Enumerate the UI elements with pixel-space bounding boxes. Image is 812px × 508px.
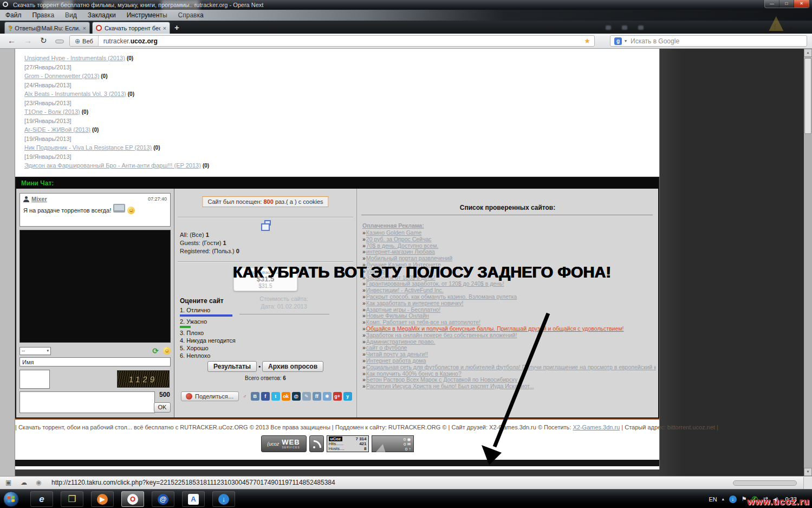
google-plus-icon[interactable]: g+ [333, 392, 342, 401]
ucoz-web-services-banner[interactable]: (ucoz WEBSERVICES [261, 435, 307, 452]
vk-icon[interactable]: В [251, 392, 259, 401]
poll-option[interactable]: 5. Хорошо [180, 344, 277, 352]
torrent-link[interactable]: T1One - Волк (2013) [24, 108, 80, 115]
menu-item[interactable]: Закладки [82, 10, 121, 21]
verified-site-link[interactable]: Как заработать в интернете новичку! [366, 300, 464, 306]
verified-site-link[interactable]: Общайся в MegaMix и получай бонусные бал… [366, 326, 624, 332]
stats-counter-banner[interactable]: 0 ◉0 ✉0 ↑ [372, 435, 414, 452]
torrent-link[interactable]: Эдисон ака Фаршированный Бро - Анти-анти… [24, 162, 201, 169]
verified-site-link[interactable]: Как получить 400% бонус в Казино? [366, 371, 462, 377]
taskbar-wmp[interactable]: ▶ [91, 491, 114, 507]
chat-name-input[interactable] [20, 357, 171, 366]
tray-expand-icon[interactable]: ▴ [722, 497, 724, 501]
mailru-world-icon[interactable]: ♂ [241, 392, 249, 401]
verified-site-link[interactable]: Административное право. [366, 339, 436, 345]
forward-button[interactable]: → [24, 36, 32, 45]
captcha-input[interactable] [20, 370, 50, 389]
verified-site-link[interactable]: Казино Golden Game [366, 230, 421, 236]
search-box[interactable]: g ▾ [610, 35, 807, 47]
scrollbar-thumb[interactable] [804, 58, 811, 134]
verified-site-link[interactable]: Читай почту за деньги!! [366, 351, 428, 357]
tab-close-icon[interactable]: × [163, 25, 166, 31]
verified-site-link[interactable]: Азартные игры - Бесплатно! [366, 307, 440, 313]
ya-ru-icon[interactable]: y [343, 392, 352, 401]
menu-item[interactable]: Файл [0, 10, 27, 21]
poll-option[interactable]: 4. Никуда негодится [180, 337, 277, 344]
verified-site-link[interactable]: Мобильный портал развлечений [366, 255, 452, 261]
refresh-icon[interactable]: ⟳ [152, 346, 159, 355]
taskbar-ie[interactable]: e [30, 491, 53, 507]
verified-site-link[interactable]: Комп. Работает на тебя-все на автопилоте… [366, 319, 480, 325]
emoticons-button-icon[interactable]: ☺ [163, 347, 171, 355]
action-center-flag-icon[interactable]: ⚑ [742, 496, 747, 503]
torrent-link[interactable]: Ник Подрывник - Viva La Resistance EP (2… [24, 144, 152, 151]
verified-site-link[interactable]: Заработок на онлайн покере без собственн… [366, 332, 517, 338]
tab-close-icon[interactable]: × [83, 25, 86, 31]
taskbar-explorer[interactable]: ❒ [61, 491, 83, 507]
chat-username-link[interactable]: Mixer [31, 196, 47, 202]
windows-cascade-icon[interactable] [264, 220, 271, 226]
language-indicator[interactable]: EN [709, 496, 717, 503]
minimize-button[interactable]: — [765, 0, 779, 8]
address-bar[interactable]: ⊕ Веб rutracker.ucoz.org ★ [69, 35, 595, 47]
web-button[interactable]: ⊕ Веб [70, 36, 99, 46]
verified-site-link[interactable]: сайт о футболе [366, 345, 407, 351]
rss-banner[interactable] [309, 435, 324, 452]
poll-option[interactable]: 1. Отлично [180, 306, 277, 317]
status-page-icon[interactable]: ▣ [5, 479, 11, 486]
yandex-icon[interactable]: ✱ [323, 392, 332, 401]
tab-rutracker[interactable]: Скачать торрент бесп... × [92, 22, 170, 34]
verified-site-link[interactable]: 20 руб. за Опрос Сейчас [366, 236, 432, 242]
verified-site-link[interactable]: Гарантированый заработок, от 120$ до 240… [366, 281, 504, 287]
close-button[interactable]: ✕ [794, 0, 809, 8]
reload-button[interactable]: ↻ [40, 36, 47, 46]
verified-site-link[interactable]: Социальная сеть для футболистов и любите… [366, 364, 656, 370]
horizontal-scrollbar-thumb[interactable] [733, 480, 797, 486]
twitter-icon[interactable]: t [271, 392, 280, 401]
maximize-button[interactable]: □ [779, 0, 794, 8]
share-button[interactable]: Поделиться… [181, 391, 239, 401]
poll-option[interactable]: 6. Неплохо [180, 352, 277, 359]
status-cloud-icon[interactable]: ☁ [21, 479, 27, 486]
scroll-up-button[interactable]: ▲ [804, 49, 812, 57]
facebook-icon[interactable]: f [261, 392, 270, 401]
verified-site-link[interactable]: Новые Фильмы Онлайн [366, 313, 429, 319]
torrent-link[interactable]: Alx Beats - Instrumentals Vol. 3 (2013) [24, 91, 126, 97]
search-input[interactable] [629, 37, 803, 46]
scroll-down-button[interactable]: ▼ [804, 468, 812, 476]
poll-archive-button[interactable]: Архив опросов [262, 361, 323, 372]
torrent-link[interactable]: Ar-SiDE - ЖИВой (2013) [24, 126, 90, 133]
chat-ok-button[interactable]: OK [154, 402, 171, 413]
verified-site-link[interactable]: 70$ в день. Доступно всем. [366, 243, 438, 249]
poll-option[interactable]: 3. Плохо [180, 329, 277, 337]
torrent-link[interactable]: Grom - Donnerwetter (2013) [24, 73, 99, 79]
back-button[interactable]: ← [8, 36, 16, 45]
taskbar-mailru-agent[interactable]: @ [152, 491, 174, 507]
start-button[interactable] [3, 491, 19, 507]
liveinternet-icon[interactable]: ✎ [302, 392, 311, 401]
tab-mailru[interactable]: ? Ответы@Mail.Ru: Если... × [4, 22, 90, 34]
download-tray-icon[interactable]: ↓ [729, 496, 737, 503]
friendfeed-icon[interactable]: ff [313, 392, 321, 401]
taskbar-wordpad[interactable]: A [182, 491, 205, 507]
poll-results-button[interactable]: Результаты [207, 361, 257, 372]
status-circle-icon[interactable]: ◉ [36, 479, 41, 486]
chat-message-textarea[interactable] [20, 391, 155, 413]
verified-site-link[interactable]: Бетон Раствор Всех Марок с Доставкой по … [366, 377, 517, 383]
bookmark-star-icon[interactable]: ★ [584, 37, 590, 45]
smiley-select[interactable]: --▾ [20, 347, 51, 355]
torrent-link[interactable]: Unsigned Hype - Instrumentals (2013) [24, 55, 125, 61]
verified-site-link[interactable]: Интернет работа дома [366, 358, 426, 364]
verified-site-link[interactable]: Раскрыт способ, как обмануть казино. Взл… [366, 294, 517, 300]
verified-site-link[interactable]: Распятия Иисуса Христа не было! Был расп… [366, 383, 534, 389]
turbo-icon[interactable] [55, 40, 64, 43]
taskbar-opera[interactable]: O [121, 491, 144, 507]
friends-site-link[interactable]: X2-Games.3dn.ru [573, 424, 620, 430]
livejournal-icon[interactable]: @ [292, 392, 301, 401]
verified-site-link[interactable]: Инвестиции! - ActiveFund Inc. [366, 287, 444, 293]
hit-counter-banner[interactable]: uCoz7 314Hits......421Hosts....8 [327, 435, 369, 452]
poll-option[interactable]: 2. Ужасно [180, 318, 277, 328]
new-tab-button[interactable]: + [174, 23, 179, 32]
paid-ads-link[interactable]: Оплаченная Реклама: [362, 222, 424, 229]
taskbar-download-master[interactable]: ↓ [212, 491, 235, 507]
